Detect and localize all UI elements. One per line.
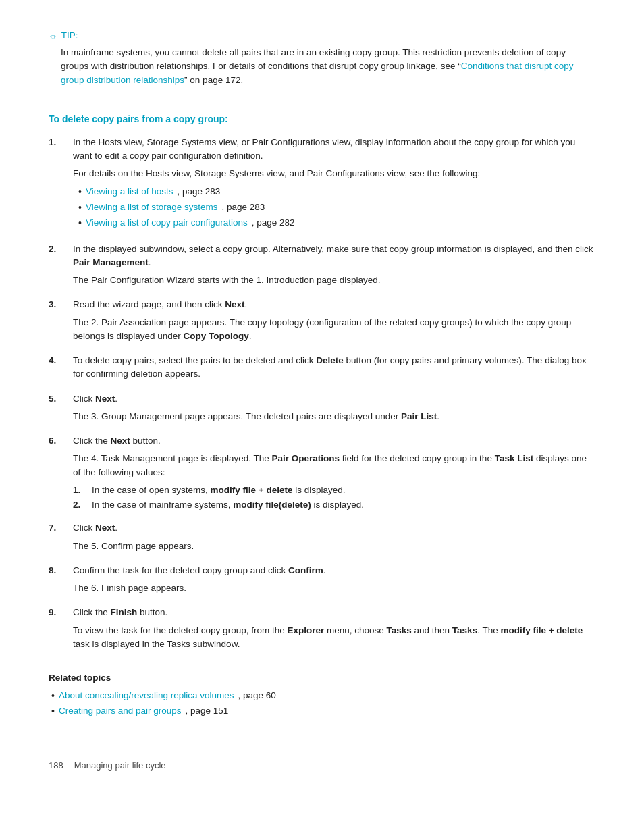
step-6-subnum-1-content: In the case of open systems, modify file… bbox=[92, 484, 595, 497]
step-8-bold1: Confirm bbox=[288, 565, 323, 575]
step-9-bold5: modify file + delete bbox=[500, 625, 583, 635]
step-9: 9. Click the Finish button. To view the … bbox=[49, 606, 595, 655]
step-6-subnum-2-num: 2. bbox=[73, 498, 92, 512]
step-6-bold3: Task List bbox=[495, 453, 534, 463]
step-1-bullet-3: Viewing a list of copy pair configuratio… bbox=[73, 216, 595, 230]
footer-label: Managing pair life cycle bbox=[74, 759, 166, 773]
step-2-content: In the displayed subwindow, select a cop… bbox=[73, 242, 595, 292]
tip-text: In mainframe systems, you cannot delete … bbox=[49, 46, 595, 87]
step-9-bold2: Explorer bbox=[287, 625, 324, 635]
step-9-para1: Click the Finish button. bbox=[73, 606, 595, 619]
step-2-num: 2. bbox=[49, 242, 73, 292]
related-topic-2-suffix: , page 151 bbox=[186, 704, 229, 718]
step-9-content: Click the Finish button. To view the tas… bbox=[73, 606, 595, 655]
step-3-para2: The 2. Pair Association page appears. Th… bbox=[73, 316, 595, 344]
step-5-bold1: Next bbox=[95, 394, 115, 404]
step-6-content: Click the Next button. The 4. Task Manag… bbox=[73, 434, 595, 515]
step-6-bold1: Next bbox=[111, 436, 130, 446]
step-9-para2: To view the task for the deleted copy gr… bbox=[73, 624, 595, 652]
step-5-num: 5. bbox=[49, 392, 73, 428]
step-9-bold1: Finish bbox=[111, 607, 138, 617]
step-7: 7. Click Next. The 5. Confirm page appea… bbox=[49, 521, 595, 557]
related-topic-1-link[interactable]: About concealing/revealing replica volum… bbox=[59, 689, 234, 702]
step-5: 5. Click Next. The 3. Group Management p… bbox=[49, 392, 595, 428]
page: ☼ TIP: In mainframe systems, you cannot … bbox=[0, 0, 644, 834]
step-6-para1: Click the Next button. bbox=[73, 434, 595, 448]
step-5-content: Click Next. The 3. Group Management page… bbox=[73, 392, 595, 428]
step-9-num: 9. bbox=[49, 606, 73, 655]
step-7-para2: The 5. Confirm page appears. bbox=[73, 540, 595, 553]
step-4-bold1: Delete bbox=[316, 355, 344, 365]
step-7-content: Click Next. The 5. Confirm page appears. bbox=[73, 521, 595, 557]
step-6: 6. Click the Next button. The 4. Task Ma… bbox=[49, 434, 595, 515]
step-6-subnum-2: 2. In the case of mainframe systems, mod… bbox=[73, 498, 595, 512]
step-9-bold3: Tasks bbox=[387, 625, 412, 635]
related-topics-heading: Related topics bbox=[49, 671, 595, 685]
tip-text2: ” on page 172. bbox=[184, 75, 243, 85]
step-1-link-2[interactable]: Viewing a list of storage systems bbox=[86, 201, 218, 214]
step-1-bullet-3-suffix: , page 282 bbox=[252, 216, 295, 230]
step-1-bullet-1-suffix: , page 283 bbox=[177, 185, 220, 199]
step-1-bullet-2: Viewing a list of storage systems, page … bbox=[73, 201, 595, 215]
tip-box: ☼ TIP: In mainframe systems, you cannot … bbox=[49, 22, 595, 97]
step-3-content: Read the wizard page, and then click Nex… bbox=[73, 298, 595, 347]
tip-label-text: TIP: bbox=[61, 29, 78, 43]
step-8-content: Confirm the task for the deleted copy gr… bbox=[73, 564, 595, 600]
step-1: 1. In the Hosts view, Storage Systems vi… bbox=[49, 136, 595, 236]
step-1-bullet-2-suffix: , page 283 bbox=[222, 201, 265, 214]
step-6-subnum-1: 1. In the case of open systems, modify f… bbox=[73, 484, 595, 497]
related-topic-2-link[interactable]: Creating pairs and pair groups bbox=[59, 704, 182, 718]
related-topic-1-suffix: , page 60 bbox=[238, 689, 276, 702]
step-6-subnum-2-content: In the case of mainframe systems, modify… bbox=[92, 498, 595, 512]
related-topic-2: Creating pairs and pair groups, page 151 bbox=[49, 704, 595, 719]
step-2-para1: In the displayed subwindow, select a cop… bbox=[73, 242, 595, 270]
tip-sun-icon: ☼ bbox=[49, 29, 57, 43]
step-7-bold1: Next bbox=[95, 523, 115, 533]
step-4: 4. To delete copy pairs, select the pair… bbox=[49, 354, 595, 386]
step-9-bold4: Tasks bbox=[452, 625, 477, 635]
step-8-para1: Confirm the task for the deleted copy gr… bbox=[73, 564, 595, 577]
step-8: 8. Confirm the task for the deleted copy… bbox=[49, 564, 595, 600]
related-topics-list: About concealing/revealing replica volum… bbox=[49, 689, 595, 719]
step-1-para2: For details on the Hosts view, Storage S… bbox=[73, 167, 595, 180]
step-1-num: 1. bbox=[49, 136, 73, 236]
step-4-num: 4. bbox=[49, 354, 73, 386]
steps-list: 1. In the Hosts view, Storage Systems vi… bbox=[49, 136, 595, 655]
step-3: 3. Read the wizard page, and then click … bbox=[49, 298, 595, 347]
related-topic-1: About concealing/revealing replica volum… bbox=[49, 689, 595, 703]
step-5-para1: Click Next. bbox=[73, 392, 595, 406]
step-6-subnum-1-num: 1. bbox=[73, 484, 92, 497]
step-6-para2: The 4. Task Management page is displayed… bbox=[73, 452, 595, 479]
section-heading: To delete copy pairs from a copy group: bbox=[49, 112, 595, 126]
step-6-bold2: Pair Operations bbox=[271, 453, 340, 463]
step-4-content: To delete copy pairs, select the pairs t… bbox=[73, 354, 595, 386]
step-4-para1: To delete copy pairs, select the pairs t… bbox=[73, 354, 595, 382]
step-6-subnums: 1. In the case of open systems, modify f… bbox=[73, 484, 595, 513]
step-1-link-3[interactable]: Viewing a list of copy pair configuratio… bbox=[86, 216, 248, 230]
step-6-num: 6. bbox=[49, 434, 73, 515]
step-8-para2: The 6. Finish page appears. bbox=[73, 581, 595, 595]
step-1-para1: In the Hosts view, Storage Systems view,… bbox=[73, 136, 595, 163]
step-6-sub1-bold: modify file + delete bbox=[211, 485, 293, 495]
step-3-bold2: Copy Topology bbox=[184, 331, 249, 341]
step-5-bold2: Pair List bbox=[401, 411, 437, 421]
step-3-para1: Read the wizard page, and then click Nex… bbox=[73, 298, 595, 311]
step-2-bold1: Pair Management bbox=[73, 257, 149, 267]
step-1-bullet-1: Viewing a list of hosts, page 283 bbox=[73, 185, 595, 199]
step-3-bold1: Next bbox=[225, 299, 244, 309]
step-8-num: 8. bbox=[49, 564, 73, 600]
footer-page-num: 188 bbox=[49, 759, 63, 773]
step-2: 2. In the displayed subwindow, select a … bbox=[49, 242, 595, 292]
step-6-sub2-bold: modify file(delete) bbox=[233, 500, 311, 510]
step-7-para1: Click Next. bbox=[73, 521, 595, 535]
footer: 188 Managing pair life cycle bbox=[49, 759, 595, 773]
step-3-num: 3. bbox=[49, 298, 73, 347]
step-7-num: 7. bbox=[49, 521, 73, 557]
step-5-para2: The 3. Group Management page appears. Th… bbox=[73, 410, 595, 423]
related-topics-section: Related topics About concealing/revealin… bbox=[49, 671, 595, 719]
step-1-content: In the Hosts view, Storage Systems view,… bbox=[73, 136, 595, 236]
step-2-para2: The Pair Configuration Wizard starts wit… bbox=[73, 273, 595, 287]
step-1-bullets: Viewing a list of hosts, page 283 Viewin… bbox=[73, 185, 595, 230]
tip-label: ☼ TIP: bbox=[49, 29, 595, 43]
step-1-link-1[interactable]: Viewing a list of hosts bbox=[86, 185, 173, 199]
